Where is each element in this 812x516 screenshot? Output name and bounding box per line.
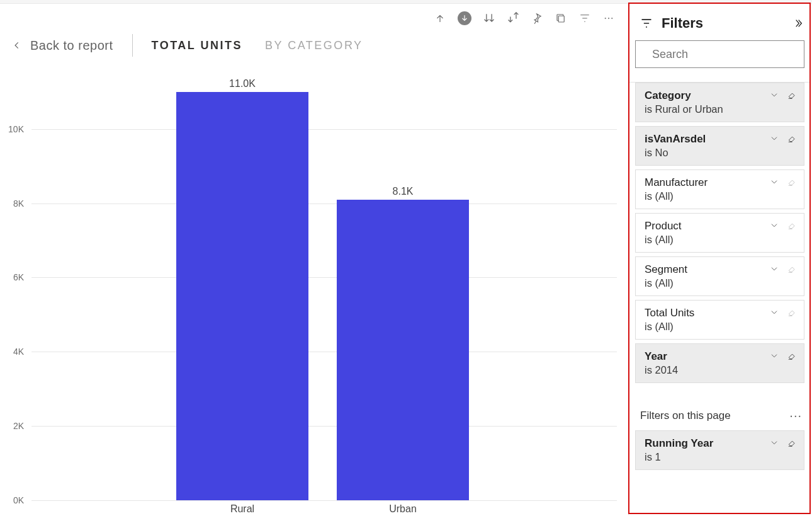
clear-filter-icon[interactable]	[787, 439, 796, 447]
bar-rural[interactable]	[176, 92, 308, 500]
gridline	[31, 500, 617, 501]
chevron-left-icon	[13, 41, 21, 50]
copy-icon[interactable]	[555, 12, 567, 25]
filter-name: Manufacturer	[645, 176, 766, 189]
y-tick-label: 8K	[0, 198, 24, 209]
clear-filter-icon[interactable]	[787, 308, 796, 317]
chevron-down-icon[interactable]	[770, 134, 779, 143]
filter-card-isvanarsdel[interactable]: isVanArsdelis No	[635, 126, 804, 166]
page-filters-heading: Filters on this page	[640, 410, 731, 422]
gridline	[31, 426, 617, 427]
back-to-report-button[interactable]: Back to report	[13, 38, 113, 53]
drill-mode-toggle-icon[interactable]	[458, 11, 471, 25]
filter-name: Running Year	[645, 437, 766, 450]
report-main-area: Back to report TOTAL UNITS BY CATEGORY 0…	[0, 4, 626, 516]
svg-point-1	[605, 18, 606, 19]
filters-search-input[interactable]	[652, 48, 798, 61]
next-level-icon[interactable]	[483, 12, 495, 25]
filter-name: isVanArsdel	[645, 133, 766, 146]
filter-summary: is Rural or Urban	[645, 103, 766, 115]
filter-card-product[interactable]: Productis (All)	[635, 213, 804, 253]
filter-card-manufacturer[interactable]: Manufactureris (All)	[635, 169, 804, 209]
clear-filter-icon[interactable]	[787, 134, 796, 143]
y-tick-label: 2K	[0, 421, 24, 431]
y-tick-label: 10K	[0, 124, 24, 134]
filters-search-box[interactable]	[635, 40, 804, 68]
chevron-down-icon[interactable]	[770, 221, 779, 230]
filter-summary: is No	[645, 147, 766, 159]
filter-list: Categoryis Rural or UrbanisVanArsdelis N…	[629, 73, 811, 474]
clear-filter-icon[interactable]	[787, 91, 796, 100]
filter-icon	[640, 17, 653, 30]
filter-card-total-units[interactable]: Total Unitsis (All)	[635, 300, 804, 340]
svg-point-2	[608, 18, 609, 19]
bar-chart: 0K2K4K6K8K10K11.0KRural8.1KUrban	[3, 78, 619, 516]
page-filters-more-icon[interactable]: ···	[789, 408, 802, 423]
filter-icon[interactable]	[578, 12, 591, 25]
y-tick-label: 4K	[0, 347, 24, 357]
chevron-down-icon[interactable]	[770, 178, 779, 186]
filters-header: Filters	[629, 4, 811, 39]
clear-filter-icon[interactable]	[787, 352, 796, 360]
page-filters-heading-row: Filters on this page ···	[635, 387, 804, 430]
filter-summary: is 2014	[645, 364, 766, 376]
gridline	[31, 352, 617, 352]
clear-filter-icon[interactable]	[787, 178, 796, 186]
chevron-down-icon[interactable]	[770, 308, 779, 317]
chevron-down-icon[interactable]	[770, 91, 779, 100]
bar-value-label: 11.0K	[229, 78, 256, 89]
category-label: Urban	[389, 503, 417, 515]
gridline	[31, 277, 617, 278]
back-label: Back to report	[30, 38, 113, 53]
filter-card-year[interactable]: Yearis 2014	[635, 343, 804, 383]
clear-filter-icon[interactable]	[787, 221, 796, 230]
chevron-down-icon[interactable]	[770, 439, 779, 447]
bar-value-label: 8.1K	[393, 186, 414, 197]
y-tick-label: 0K	[0, 495, 24, 505]
expand-level-icon[interactable]	[507, 12, 519, 25]
visual-toolbar	[0, 4, 626, 25]
chevron-down-icon[interactable]	[770, 352, 779, 360]
filter-card-category[interactable]: Categoryis Rural or Urban	[635, 83, 804, 122]
gridline	[31, 129, 617, 130]
drill-nav-row: Back to report TOTAL UNITS BY CATEGORY	[0, 30, 626, 60]
svg-point-3	[611, 18, 612, 19]
filter-name: Segment	[645, 263, 766, 276]
chevron-down-icon[interactable]	[770, 265, 779, 273]
filter-summary: is (All)	[645, 321, 766, 333]
gridline	[31, 204, 617, 204]
filter-summary: is (All)	[645, 277, 766, 289]
clear-filter-icon[interactable]	[787, 265, 796, 273]
category-label: Rural	[230, 503, 254, 515]
filter-card-segment[interactable]: Segmentis (All)	[635, 256, 804, 296]
filters-title: Filters	[662, 15, 703, 32]
tab-by-category[interactable]: BY CATEGORY	[265, 39, 363, 52]
collapse-pane-icon[interactable]	[793, 18, 803, 28]
tab-total-units[interactable]: TOTAL UNITS	[152, 39, 243, 52]
filter-name: Year	[645, 350, 766, 363]
filters-pane: Filters Categoryis Rural or UrbanisVanAr…	[628, 4, 811, 515]
y-tick-label: 6K	[0, 272, 24, 282]
svg-rect-0	[558, 16, 564, 22]
bar-urban[interactable]	[337, 200, 469, 500]
filter-name: Category	[645, 89, 766, 102]
more-options-icon[interactable]	[602, 12, 615, 25]
drill-up-icon[interactable]	[434, 12, 446, 25]
filter-name: Product	[645, 220, 766, 232]
divider	[132, 34, 133, 57]
filter-summary: is (All)	[645, 190, 766, 202]
filter-summary: is (All)	[645, 234, 766, 246]
filter-name: Total Units	[645, 307, 766, 319]
filter-card-running-year[interactable]: Running Yearis 1	[635, 430, 804, 470]
filter-summary: is 1	[645, 451, 766, 463]
pin-icon[interactable]	[531, 12, 543, 25]
